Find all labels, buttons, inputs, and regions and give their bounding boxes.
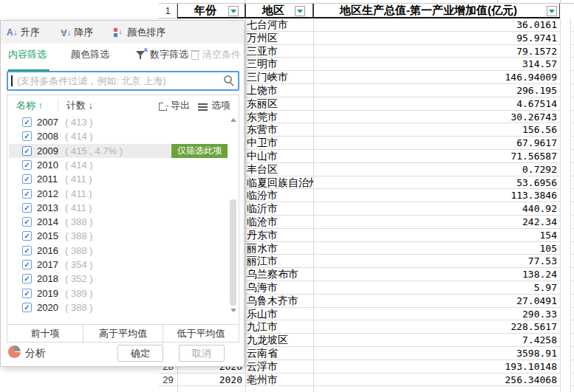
filter-item-2015[interactable]: ✓2015( 388 ) [9,229,228,243]
filter-item-2008[interactable]: ✓2008( 414 ) [9,129,228,143]
value-cell[interactable]: 113.3846 [313,189,560,202]
region-cell[interactable]: 丹东市 [245,229,313,242]
export-button[interactable]: 导出 [159,99,190,112]
filter-item-2020[interactable]: ✓2020( 388 ) [9,300,228,314]
tab-color-filter[interactable]: 颜色筛选 [71,48,109,61]
value-cell[interactable]: 154 [313,229,560,242]
tab-content-filter[interactable]: 内容筛选 [8,48,47,61]
filter-item-2016[interactable]: ✓2016( 388 ) [9,244,228,258]
region-cell[interactable]: 云南省 [245,347,313,360]
region-cell[interactable]: 中山市 [245,150,313,163]
value-cell[interactable]: 30.26743 [313,111,560,124]
checkbox-2017[interactable]: ✓ [22,260,32,269]
value-cell[interactable]: 296.195 [313,84,560,97]
value-cell[interactable]: 146.94009 [313,71,560,84]
value-cell[interactable]: 193.10148 [313,360,560,374]
region-cell[interactable]: 三亚市 [245,45,313,58]
sort-by-color-button[interactable]: ↓ 颜色排序 [114,26,165,39]
region-cell[interactable]: 三门峡市 [245,71,313,84]
region-cell[interactable]: 九江市 [245,320,313,334]
region-cell[interactable]: 三明市 [245,58,313,71]
region-cell[interactable]: 乌海市 [245,281,313,295]
ok-button[interactable]: 确定 [117,345,163,362]
value-cell[interactable]: 77.53 [313,255,560,268]
clear-conditions-button[interactable]: 清空条件 [191,48,241,61]
region-cell[interactable]: 七台河市 [245,18,313,32]
scrollbar-down-icon[interactable] [230,309,236,312]
row-header-1[interactable]: 1 [159,4,177,18]
region-cell[interactable]: 云浮市 [245,360,313,374]
checkbox-2008[interactable]: ✓ [22,131,32,141]
value-cell[interactable]: 53.6956 [313,176,560,190]
filter-search-input[interactable] [7,71,239,91]
filter-item-2017[interactable]: ✓2017( 354 ) [9,258,228,272]
region-cell[interactable]: 临沂市 [245,202,313,216]
value-cell[interactable]: 4.67514 [313,97,560,111]
analyze-button[interactable]: 分析 [25,347,46,360]
region-cell[interactable]: 东丽区 [245,97,313,111]
region-cell[interactable]: 乌鲁木齐市 [245,295,313,308]
filter-item-2012[interactable]: ✓2012( 411 ) [9,187,228,201]
checkbox-2010[interactable]: ✓ [22,160,32,170]
checkbox-2014[interactable]: ✓ [22,217,32,227]
region-cell[interactable]: 上饶市 [245,84,313,97]
region-cell[interactable]: 亳州市 [245,374,313,387]
value-filter-dropdown-icon[interactable] [547,6,557,16]
checkbox-2013[interactable]: ✓ [22,203,32,213]
options-button[interactable]: 选项 [198,99,230,112]
filter-item-2014[interactable]: ✓2014( 388 ) [9,215,228,229]
region-cell[interactable]: 九龙坡区 [245,334,313,347]
filter-item-2010[interactable]: ✓2010( 414 ) [9,158,228,172]
sort-ascending-button[interactable]: A↓ 升序 [7,26,40,39]
column-header-value[interactable]: 地区生产总值-第一产业增加值(亿元) [313,4,560,18]
value-cell[interactable]: 0.7292 [313,163,560,176]
value-cell[interactable]: 138.24 [313,268,560,281]
checkbox-2020[interactable]: ✓ [22,303,32,312]
value-cell[interactable]: 3598.91 [313,347,560,360]
value-cell[interactable]: 290.33 [313,308,560,321]
checkbox-2009[interactable]: ✓ [22,146,32,156]
region-filter-dropdown-icon[interactable] [295,6,305,16]
value-cell[interactable]: 36.0161 [313,18,560,32]
scrollbar-thumb[interactable] [230,199,236,306]
value-cell[interactable]: 314.57 [313,58,560,71]
filter-item-2009[interactable]: ✓2009( 415 , 4.7% )仅筛选此项 [9,144,228,158]
value-cell[interactable]: 71.56587 [313,150,560,163]
checkbox-2011[interactable]: ✓ [22,174,32,184]
value-cell[interactable]: 105 [313,242,560,255]
region-cell[interactable]: 丽水市 [245,242,313,255]
value-cell[interactable]: 79.1572 [313,45,560,58]
checkbox-2018[interactable]: ✓ [22,274,32,283]
sort-by-count-header[interactable]: 计数 ↓ [66,99,93,112]
value-cell[interactable]: 5.97 [313,281,560,295]
value-cell[interactable]: 95.9741 [313,32,560,45]
row-number[interactable]: 29 [159,374,177,387]
region-cell[interactable]: 万州区 [245,32,313,45]
filter-item-2007[interactable]: ✓2007( 413 ) [9,115,228,129]
value-cell[interactable]: 7.4258 [313,334,560,347]
year-cell[interactable]: 2020 [177,374,245,387]
checkbox-2012[interactable]: ✓ [22,189,32,199]
region-cell[interactable]: 临夏回族自治州 [245,176,313,190]
value-cell[interactable]: 242.34 [313,216,560,229]
quick-filter-top10[interactable]: 前十项 [7,325,83,343]
region-cell[interactable]: 丽江市 [245,255,313,268]
sort-descending-button[interactable]: A↓ 降序 [61,26,94,39]
quick-filter-below-average[interactable]: 低于平均值 [163,325,239,343]
quick-filter-above-average[interactable]: 高于平均值 [83,325,163,343]
number-filter-button[interactable]: A 数字筛选 [136,48,188,61]
filter-item-2018[interactable]: ✓2018( 352 ) [9,272,228,286]
region-cell[interactable]: 中卫市 [245,137,313,150]
value-cell[interactable]: 67.9617 [313,137,560,150]
region-cell[interactable]: 乌兰察布市 [245,268,313,281]
filter-item-2019[interactable]: ✓2019( 389 ) [9,286,228,300]
scrollbar-up-icon[interactable] [230,118,236,122]
region-cell[interactable]: 乐山市 [245,308,313,321]
filter-item-2013[interactable]: ✓2013( 411 ) [9,201,228,215]
only-filter-this-button[interactable]: 仅筛选此项 [171,144,228,158]
checkbox-2015[interactable]: ✓ [22,231,32,241]
region-cell[interactable]: 东营市 [245,123,313,137]
region-cell[interactable]: 临沧市 [245,216,313,229]
value-cell[interactable]: 27.0491 [313,295,560,308]
checkbox-2019[interactable]: ✓ [22,289,32,298]
